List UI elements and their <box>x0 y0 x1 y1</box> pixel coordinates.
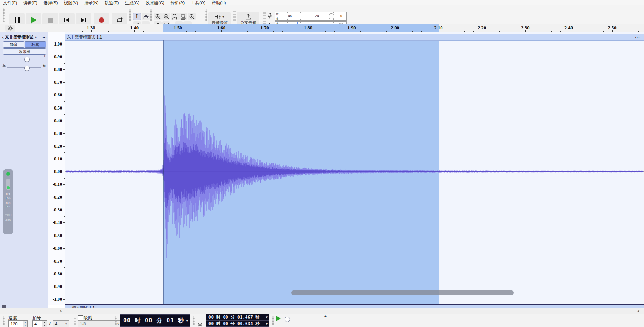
vscale-label: -0.20 <box>53 194 62 200</box>
grip-handle[interactable] <box>263 12 266 19</box>
partial-track-panel <box>0 305 48 308</box>
grip-handle[interactable] <box>233 9 236 21</box>
vscale-label: 1.00 <box>54 41 62 47</box>
timeline-options-button[interactable] <box>5 25 15 32</box>
grip-handle[interactable] <box>205 9 207 21</box>
grip-handle[interactable] <box>272 316 274 325</box>
loop-icon <box>116 17 123 23</box>
snap-checkbox[interactable] <box>78 315 83 320</box>
menu-item-10[interactable]: 帮助(H) <box>208 0 229 6</box>
gain-minus-label: - <box>3 54 4 58</box>
stop-icon <box>48 18 53 23</box>
recording-meter[interactable]: 左 右 -48 -24 0 <box>275 12 347 21</box>
selection-end-edge[interactable] <box>439 40 439 304</box>
menu-item-7[interactable]: 效果器(C) <box>142 0 167 6</box>
zoom-in-button[interactable] <box>154 13 162 20</box>
timeline-ticks: 1.301.401.501.601.701.801.902.002.102.20… <box>65 24 644 32</box>
grip-handle[interactable] <box>129 9 131 21</box>
track-close-button[interactable]: × <box>2 35 4 40</box>
grip-handle[interactable] <box>115 316 117 325</box>
gain-slider-knob[interactable] <box>24 57 30 62</box>
selection-start-edge[interactable] <box>163 40 164 304</box>
grip-handle[interactable] <box>3 8 5 22</box>
vscale-label: 0.00 <box>54 169 62 175</box>
partial-track[interactable]: 檀木测试 1.1 <box>0 305 644 308</box>
zoom-selection-button[interactable] <box>171 13 179 20</box>
zoom-toggle-button[interactable] <box>188 13 196 20</box>
menu-item-4[interactable]: 播录(N) <box>81 0 102 6</box>
mute-button[interactable]: 静音 <box>3 41 24 48</box>
menu-item-1[interactable]: 编辑(E) <box>20 0 41 6</box>
pan-slider-knob[interactable] <box>24 66 30 71</box>
skip-end-icon <box>80 17 87 23</box>
grip-handle[interactable] <box>74 316 76 325</box>
track-name[interactable]: 东非黑黄檀测试 <box>5 35 34 40</box>
selection-settings-gear-icon[interactable] <box>198 322 202 327</box>
horizontal-scrollbar[interactable] <box>0 308 644 314</box>
grip-handle[interactable] <box>150 9 152 21</box>
timesig-upper-input[interactable]: 4 <box>32 320 42 327</box>
dropdown-arrow-icon: ▼ <box>264 322 269 325</box>
timesig-label: 拍号 <box>32 315 41 321</box>
scroll-left-arrow[interactable]: < <box>60 308 62 314</box>
upload-rate: 0.0 <box>6 202 11 206</box>
effects-label: 效果器 <box>19 49 31 54</box>
scroll-right-arrow[interactable]: > <box>637 308 639 314</box>
timesig-spinner[interactable]: ▲▼ <box>42 320 47 327</box>
track-collapse-icon[interactable]: ∧ <box>35 35 37 39</box>
menu-item-6[interactable]: 生成(G) <box>122 0 142 6</box>
vscale-label: -0.50 <box>53 233 62 238</box>
zoom-fit-button[interactable] <box>179 13 187 20</box>
grip-handle[interactable] <box>3 316 5 325</box>
scrollbar-thumb[interactable] <box>291 290 514 295</box>
vscale-label: -0.60 <box>53 245 62 251</box>
vscale-label: 0.40 <box>54 118 62 123</box>
vertical-scale-ruler[interactable]: 1.000.900.800.700.600.500.400.300.200.10… <box>48 32 65 305</box>
vscale-label: -0.30 <box>53 207 62 213</box>
clip-menu-button[interactable]: ··· <box>635 35 641 40</box>
ibeam-icon: I <box>136 13 138 20</box>
timesig-upper: 4 <box>34 322 37 326</box>
selection-length-field[interactable]: 00 时 00 分 00.634 秒 ▼ <box>206 320 269 327</box>
time-display[interactable]: 00 时 00 分 01 秒 ▼ <box>120 314 190 327</box>
recording-volume-slider[interactable] <box>329 13 334 19</box>
vscale-label: -1.00 <box>53 297 62 302</box>
menu-item-8[interactable]: 分析(A) <box>168 0 188 6</box>
envelope-tool-button[interactable] <box>142 13 150 20</box>
menu-item-2[interactable]: 选择(S) <box>41 0 61 6</box>
clip-title-bar[interactable]: 东非黑黄檀测试 1.1 ··· <box>65 34 644 41</box>
tempo-spinner[interactable]: ▲▼ <box>23 320 28 327</box>
system-monitor-overlay: 0.1 ↓K/s 0.0 ↑K/s CPU 4% <box>3 169 13 234</box>
zoom-fit-icon <box>180 13 186 20</box>
zoom-in-icon <box>155 13 161 20</box>
partial-clip-title-bar: 檀木测试 1.1 <box>65 305 644 308</box>
effects-button[interactable]: 效果器 <box>3 48 46 55</box>
selection-start-field[interactable]: 00 时 00 分 01.467 秒 ▼ <box>206 314 269 320</box>
waveform[interactable] <box>65 40 644 304</box>
microphone-icon[interactable] <box>267 12 273 19</box>
track-menu-button[interactable]: ··· <box>43 35 47 40</box>
partial-track-vruler <box>48 305 65 308</box>
grip-handle[interactable] <box>193 316 195 325</box>
play-speed-slider-knob[interactable] <box>285 317 290 322</box>
status-dot <box>6 172 10 176</box>
menu-item-9[interactable]: 工具(O) <box>188 0 208 6</box>
timesig-slash: / <box>49 321 51 325</box>
menu-item-3[interactable]: 视图(V) <box>61 0 81 6</box>
selection-tool-button[interactable]: I <box>133 13 141 20</box>
timesig-lower-select[interactable]: 4∨ <box>53 320 69 327</box>
vscale-label: -0.10 <box>53 182 62 187</box>
tempo-input[interactable]: 120 <box>8 320 23 327</box>
solo-button[interactable]: 独奏 <box>25 41 46 48</box>
menu-item-5[interactable]: 轨道(T) <box>102 0 122 6</box>
recording-meter-right-label: 右 <box>276 17 279 20</box>
play-at-speed-button[interactable] <box>276 315 281 322</box>
vscale-label: -0.70 <box>53 258 62 264</box>
meter-scale-label: 0 <box>340 14 342 18</box>
menu-item-0[interactable]: 文件(F) <box>0 0 20 6</box>
vscale-label: 0.10 <box>54 156 62 162</box>
play-speed-plus-label: + <box>324 314 327 319</box>
zoom-out-button[interactable] <box>162 13 170 20</box>
gear-icon <box>8 25 13 31</box>
cpu-label: CPU <box>5 214 12 217</box>
